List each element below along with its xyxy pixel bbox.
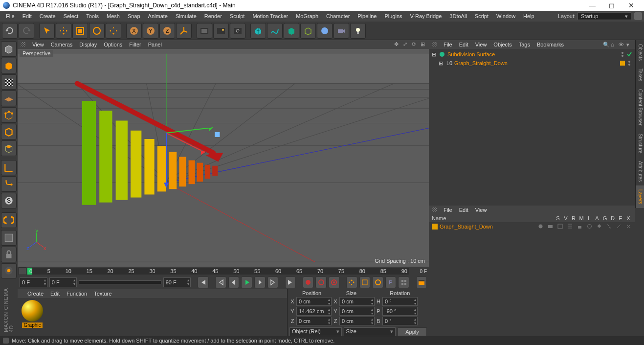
- layer-menu-file[interactable]: File: [444, 207, 452, 213]
- menu-select[interactable]: Select: [60, 11, 83, 22]
- menu-mograph[interactable]: MoGraph: [292, 11, 322, 22]
- key-rotation-button[interactable]: [372, 276, 383, 288]
- enable-tag-icon[interactable]: [626, 51, 632, 57]
- obj-menu-file[interactable]: File: [444, 42, 452, 47]
- edges-mode-button[interactable]: [1, 124, 17, 139]
- mat-menu-create[interactable]: Create: [27, 291, 44, 297]
- viewport-zoom-icon[interactable]: ⤢: [401, 41, 408, 48]
- add-spline-button[interactable]: [267, 23, 283, 39]
- mat-menu-texture[interactable]: Texture: [94, 291, 111, 297]
- from-frame-field[interactable]: 0 F▴▾: [49, 277, 77, 287]
- timeline-track[interactable]: 051015202530354045505560657075808590: [27, 268, 409, 275]
- menu-simulate[interactable]: Simulate: [172, 11, 200, 22]
- scale-tool[interactable]: [72, 23, 88, 39]
- coordinate-system[interactable]: [176, 23, 192, 39]
- move-tool[interactable]: [56, 23, 71, 39]
- mat-menu-function[interactable]: Function: [67, 291, 87, 297]
- key-parameter-button[interactable]: P: [385, 276, 397, 288]
- viewport-menu-view[interactable]: View: [32, 42, 44, 47]
- menu-mesh[interactable]: Mesh: [103, 11, 124, 22]
- menu-help[interactable]: Help: [519, 11, 538, 22]
- add-light-button[interactable]: [350, 23, 366, 39]
- tab-content-browser[interactable]: Content Browser: [635, 85, 644, 129]
- layer-manager[interactable]: Name S V R M L A G D E X Graph_Straight_…: [429, 214, 635, 336]
- to-frame-field[interactable]: 90 F▴▾: [163, 277, 191, 287]
- material-preview-icon[interactable]: [22, 300, 43, 322]
- grip-icon[interactable]: [289, 290, 295, 296]
- prev-key-button[interactable]: [215, 276, 226, 288]
- obj-menu-tags[interactable]: Tags: [519, 42, 530, 47]
- obj-menu-objects[interactable]: Objects: [493, 42, 511, 47]
- current-frame-field[interactable]: 0 F▴▾: [20, 277, 47, 287]
- grip-icon[interactable]: [21, 42, 25, 47]
- layer-name[interactable]: Graph_Straight_Down: [440, 224, 534, 230]
- layer-tag-icon[interactable]: [620, 60, 625, 66]
- menu-animate[interactable]: Animate: [144, 11, 172, 22]
- add-camera-button[interactable]: [333, 23, 349, 39]
- add-environment-button[interactable]: [317, 23, 333, 39]
- redo-button[interactable]: [19, 23, 34, 39]
- obj-menu-edit[interactable]: Edit: [459, 42, 468, 47]
- obj-menu-bookmarks[interactable]: Bookmarks: [537, 42, 564, 47]
- size-y-field[interactable]: 0 cm▴▾: [339, 307, 375, 316]
- tab-structure[interactable]: Structure: [635, 130, 644, 158]
- go-start-button[interactable]: [198, 276, 209, 288]
- tab-takes[interactable]: Takes: [635, 65, 644, 85]
- menu-edit[interactable]: Edit: [19, 11, 36, 22]
- polygons-mode-button[interactable]: [1, 140, 17, 156]
- soft-selection-button[interactable]: [1, 212, 17, 228]
- menu-pipeline[interactable]: Pipeline: [354, 11, 380, 22]
- menu-script[interactable]: Script: [471, 11, 492, 22]
- layer-gen-toggle[interactable]: [595, 224, 603, 230]
- layer-render-toggle[interactable]: [556, 224, 564, 230]
- go-end-button[interactable]: [285, 276, 296, 288]
- material-manager[interactable]: Graphic: [18, 298, 287, 336]
- add-cube-button[interactable]: [250, 23, 266, 39]
- range-slider[interactable]: [79, 280, 161, 284]
- layer-color-swatch[interactable]: [432, 224, 438, 230]
- mat-menu-edit[interactable]: Edit: [50, 291, 60, 297]
- menu-plugins[interactable]: Plugins: [380, 11, 406, 22]
- points-mode-button[interactable]: [1, 107, 17, 123]
- visibility-tag-icon[interactable]: [620, 51, 625, 57]
- undo-button[interactable]: [2, 23, 18, 39]
- layer-lock-toggle[interactable]: [576, 224, 583, 230]
- key-position-button[interactable]: [346, 276, 357, 288]
- menu-window[interactable]: Window: [492, 11, 519, 22]
- tab-layers[interactable]: Layers: [635, 185, 644, 208]
- layer-menu-edit[interactable]: Edit: [459, 207, 468, 213]
- menu-render[interactable]: Render: [200, 11, 226, 22]
- apply-button[interactable]: Apply: [398, 327, 427, 336]
- tab-attributes[interactable]: Attributes: [635, 157, 644, 185]
- next-frame-button[interactable]: [254, 276, 266, 288]
- z-axis-lock[interactable]: Z: [159, 23, 175, 39]
- recent-tool[interactable]: [106, 23, 121, 39]
- key-pla-button[interactable]: [398, 276, 409, 288]
- snap-mode-button[interactable]: S: [1, 193, 17, 208]
- viewport-solo-button[interactable]: [1, 230, 17, 246]
- material-name[interactable]: Graphic: [22, 322, 42, 328]
- live-selection-tool[interactable]: [39, 23, 55, 39]
- autokey-button[interactable]: [315, 276, 327, 288]
- axis-mode-button[interactable]: [1, 160, 17, 176]
- layer-expr-toggle[interactable]: [615, 224, 622, 230]
- menu-3dtoall[interactable]: 3DtoAll: [445, 11, 470, 22]
- viewport[interactable]: Perspective: [18, 49, 429, 267]
- add-generator-button[interactable]: [284, 23, 299, 39]
- grip-icon[interactable]: [432, 207, 437, 212]
- keyframe-selection-button[interactable]: [329, 276, 340, 288]
- position-z-field[interactable]: 0 cm▴▾: [296, 317, 332, 325]
- object-name[interactable]: Subdivision Surface: [447, 51, 495, 57]
- size-mode-selector[interactable]: Size: [344, 327, 396, 336]
- position-y-field[interactable]: 14.462 cm▴▾: [296, 307, 332, 316]
- minimize-button[interactable]: —: [582, 1, 602, 9]
- viewport-rotate-icon[interactable]: ⟳: [410, 41, 417, 48]
- object-name[interactable]: Graph_Straight_Down: [454, 60, 508, 66]
- viewport-menu-options[interactable]: Options: [104, 42, 122, 47]
- menu-snap[interactable]: Snap: [124, 11, 144, 22]
- expand-toggle[interactable]: ⊞: [439, 60, 444, 67]
- viewport-move-icon[interactable]: ✥: [393, 41, 400, 48]
- obj-menu-view[interactable]: View: [475, 42, 487, 47]
- tree-row-subdivision[interactable]: ⊟ Subdivision Surface: [430, 50, 634, 59]
- home-icon[interactable]: ⌂: [611, 42, 617, 47]
